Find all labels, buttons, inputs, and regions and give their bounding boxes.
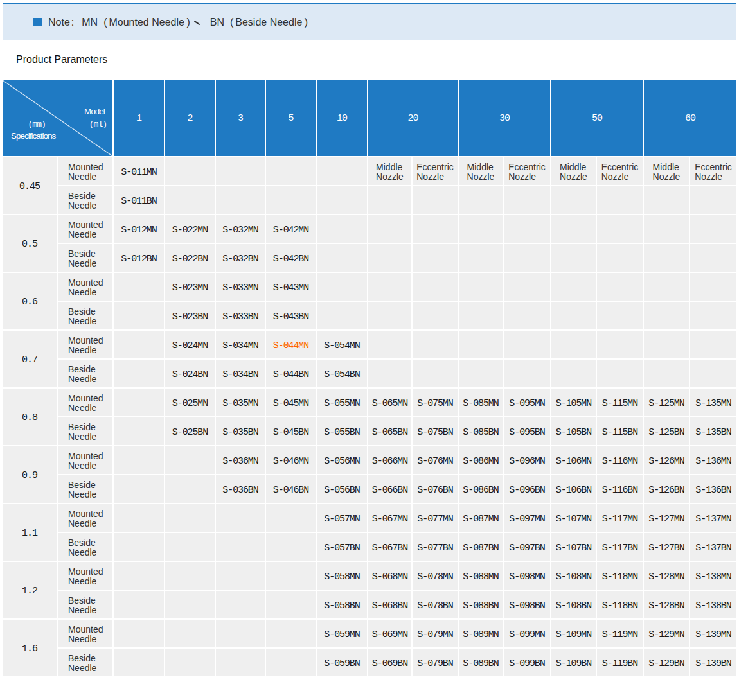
model-code-cell: S-126BN (644, 475, 689, 503)
empty-cell (114, 533, 164, 561)
model-code-cell: S-096BN (504, 475, 550, 503)
model-code-cell: S-097BN (504, 533, 550, 561)
needle-type-cell: Beside Needle (58, 302, 112, 329)
model-code-cell: S-069BN (368, 649, 411, 676)
model-code-cell: S-138MN (690, 562, 736, 590)
model-code-cell: S-011MN (114, 157, 164, 185)
empty-cell (551, 273, 596, 301)
empty-cell (413, 302, 458, 329)
spec-cell: 0.45 (3, 157, 57, 214)
empty-cell (504, 244, 550, 272)
table-corner-header: Model(ml)(mm)Specifications (3, 80, 112, 156)
needle-type-cell: Beside Needle (58, 475, 112, 503)
model-code-cell: S-097MN (504, 504, 550, 532)
model-code-cell: S-138BN (690, 591, 736, 618)
model-code-cell: S-137BN (690, 533, 736, 561)
model-code-cell: S-089MN (459, 620, 503, 647)
model-code-cell: S-057BN (317, 533, 367, 561)
model-code-cell: S-085MN (459, 389, 503, 416)
nozzle-type-header-cell: Middle Nozzle (368, 157, 411, 185)
empty-cell (368, 273, 411, 301)
empty-cell (644, 273, 689, 301)
model-code-cell: S-108MN (551, 562, 596, 590)
model-code-cell: S-066BN (368, 475, 411, 503)
empty-cell (266, 562, 316, 590)
model-code-cell: S-095BN (504, 417, 550, 445)
needle-type-cell: Beside Needle (58, 649, 112, 676)
model-code-cell: S-068MN (368, 562, 411, 590)
model-code-cell: S-023BN (165, 302, 215, 329)
model-code-cell: S-044MN (266, 331, 316, 358)
empty-cell (216, 533, 265, 561)
empty-cell (165, 446, 215, 474)
empty-cell (690, 360, 736, 387)
model-code-cell: S-065BN (368, 417, 411, 445)
empty-cell (504, 186, 550, 214)
spec-cell: 0.7 (3, 331, 57, 387)
note-desc: Beside Needle (235, 17, 302, 28)
model-code-cell: S-106BN (551, 475, 596, 503)
empty-cell (266, 649, 316, 676)
needle-type-cell: Mounted Needle (58, 620, 112, 647)
empty-cell (165, 591, 215, 618)
needle-type-cell: Beside Needle (58, 417, 112, 445)
model-code-cell: S-045MN (266, 389, 316, 416)
model-code-cell: S-024BN (165, 360, 215, 387)
model-code-cell: S-025BN (165, 417, 215, 445)
empty-cell (317, 273, 367, 301)
empty-cell (165, 157, 215, 185)
spec-cell: 0.8 (3, 389, 57, 445)
empty-cell (551, 215, 596, 243)
empty-cell (317, 215, 367, 243)
model-code-cell: S-118MN (597, 562, 643, 590)
empty-cell (368, 186, 411, 214)
empty-cell (459, 244, 503, 272)
empty-cell (368, 331, 411, 358)
empty-cell (368, 215, 411, 243)
empty-cell (114, 417, 164, 445)
model-code-cell: S-095MN (504, 389, 550, 416)
model-code-cell: S-059BN (317, 649, 367, 676)
empty-cell (368, 244, 411, 272)
empty-cell (114, 591, 164, 618)
model-code-cell: S-076BN (413, 475, 458, 503)
nozzle-type-header-cell: Middle Nozzle (551, 157, 596, 185)
model-code-cell: S-075MN (413, 389, 458, 416)
empty-cell (690, 186, 736, 214)
model-code-cell: S-033BN (216, 302, 265, 329)
model-code-cell: S-109BN (551, 649, 596, 676)
empty-cell (644, 331, 689, 358)
model-code-cell: S-033MN (216, 273, 265, 301)
model-code-cell: S-117MN (597, 504, 643, 532)
model-code-cell: S-056BN (317, 475, 367, 503)
empty-cell (317, 157, 367, 185)
model-code-cell: S-098BN (504, 591, 550, 618)
model-code-cell: S-086BN (459, 475, 503, 503)
model-code-cell: S-099BN (504, 649, 550, 676)
model-code-cell: S-042BN (266, 244, 316, 272)
model-code-cell: S-068BN (368, 591, 411, 618)
empty-cell (551, 360, 596, 387)
model-code-cell: S-055MN (317, 389, 367, 416)
empty-cell (459, 331, 503, 358)
empty-cell (114, 302, 164, 329)
empty-cell (551, 331, 596, 358)
spec-cell: 0.6 (3, 273, 57, 329)
model-code-cell: S-086MN (459, 446, 503, 474)
empty-cell (216, 591, 265, 618)
empty-cell (114, 649, 164, 676)
empty-cell (216, 186, 265, 214)
note-abbr: BN (210, 17, 224, 28)
model-code-cell: S-136MN (690, 446, 736, 474)
model-code-cell: S-065MN (368, 389, 411, 416)
empty-cell (504, 331, 550, 358)
model-code-cell: S-139MN (690, 620, 736, 647)
model-code-cell: S-079BN (413, 649, 458, 676)
model-code-cell: S-078MN (413, 562, 458, 590)
product-parameters-table: Model(ml)(mm)Specifications1235102030506… (3, 80, 736, 676)
empty-cell (690, 302, 736, 329)
empty-cell (597, 302, 643, 329)
model-code-cell: S-046BN (266, 475, 316, 503)
model-code-cell: S-077BN (413, 533, 458, 561)
model-code-cell: S-127BN (644, 533, 689, 561)
